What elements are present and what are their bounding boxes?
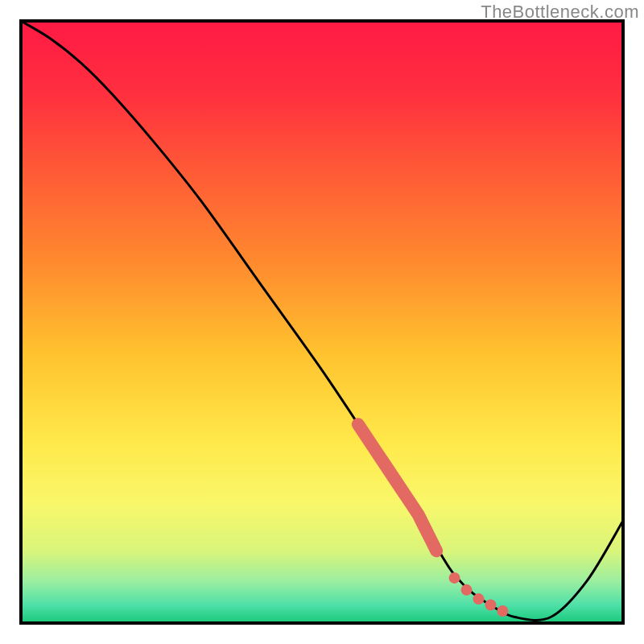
dot — [461, 584, 473, 596]
dot — [473, 593, 484, 605]
bottleneck-chart — [0, 0, 644, 644]
chart-container: TheBottleneck.com — [0, 0, 644, 644]
dot — [497, 605, 508, 617]
watermark-text: TheBottleneck.com — [481, 2, 639, 23]
dot — [449, 572, 460, 584]
dot — [485, 600, 496, 611]
plot-background — [21, 21, 623, 623]
